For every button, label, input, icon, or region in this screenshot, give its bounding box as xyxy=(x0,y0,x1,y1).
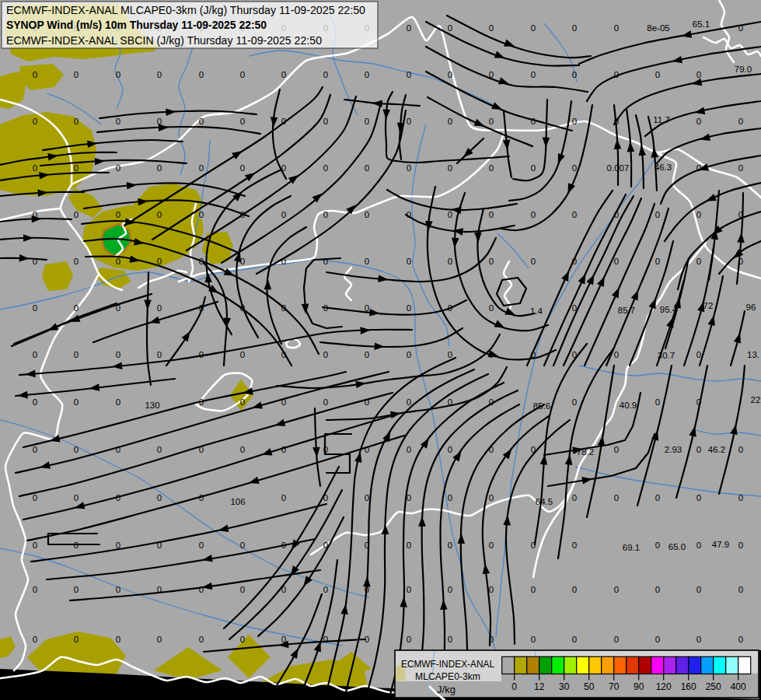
svg-text:0: 0 xyxy=(199,493,204,502)
svg-text:0: 0 xyxy=(696,493,701,502)
svg-text:0: 0 xyxy=(199,163,204,173)
svg-text:0: 0 xyxy=(323,493,328,502)
svg-text:11.7: 11.7 xyxy=(653,115,670,124)
svg-text:96: 96 xyxy=(746,303,756,312)
svg-text:0: 0 xyxy=(240,70,245,79)
svg-text:0: 0 xyxy=(614,350,619,359)
svg-text:1.4: 1.4 xyxy=(530,306,543,316)
svg-text:0: 0 xyxy=(738,257,743,266)
svg-text:0: 0 xyxy=(614,635,619,644)
svg-text:0: 0 xyxy=(407,585,411,594)
svg-text:0: 0 xyxy=(738,585,743,594)
svg-text:65.0: 65.0 xyxy=(668,542,686,551)
svg-text:0: 0 xyxy=(696,117,701,126)
svg-text:0: 0 xyxy=(407,350,411,359)
svg-text:0: 0 xyxy=(572,397,577,407)
svg-text:0: 0 xyxy=(489,303,494,313)
svg-text:0: 0 xyxy=(116,397,120,407)
svg-text:0: 0 xyxy=(655,585,660,594)
svg-text:0: 0 xyxy=(116,210,120,219)
svg-text:0: 0 xyxy=(407,70,411,79)
svg-text:0: 0 xyxy=(531,541,536,550)
svg-text:0: 0 xyxy=(738,541,743,550)
svg-text:0: 0 xyxy=(655,541,660,550)
svg-text:0: 0 xyxy=(738,23,743,33)
svg-text:0: 0 xyxy=(199,397,204,407)
svg-text:0: 0 xyxy=(157,493,162,502)
svg-text:0: 0 xyxy=(696,350,701,359)
svg-text:0: 0 xyxy=(199,445,204,454)
svg-text:0: 0 xyxy=(157,117,162,126)
svg-text:64.5: 64.5 xyxy=(536,497,553,506)
svg-text:0: 0 xyxy=(116,163,120,173)
svg-text:50: 50 xyxy=(584,681,595,692)
svg-text:0: 0 xyxy=(407,303,411,313)
svg-text:0: 0 xyxy=(407,117,411,126)
svg-text:0: 0 xyxy=(240,303,245,313)
svg-text:0: 0 xyxy=(33,397,37,407)
svg-text:0: 0 xyxy=(323,397,328,407)
svg-text:0: 0 xyxy=(531,257,536,266)
svg-text:0: 0 xyxy=(407,493,411,502)
svg-text:0: 0 xyxy=(365,397,369,407)
svg-text:SYNOP Wind (m/s) 10m Thursday: SYNOP Wind (m/s) 10m Thursday 11-09-2025… xyxy=(6,19,267,31)
svg-text:120: 120 xyxy=(656,681,672,692)
svg-text:0: 0 xyxy=(407,163,411,173)
svg-text:0: 0 xyxy=(199,350,204,359)
svg-text:0: 0 xyxy=(33,70,37,79)
svg-text:0: 0 xyxy=(240,397,245,407)
svg-text:0: 0 xyxy=(33,117,37,126)
svg-text:0: 0 xyxy=(572,635,577,644)
svg-text:0: 0 xyxy=(281,585,286,594)
svg-text:0: 0 xyxy=(572,117,577,126)
svg-text:0: 0 xyxy=(199,635,204,644)
svg-text:47.9: 47.9 xyxy=(712,540,729,549)
svg-text:0: 0 xyxy=(323,585,328,594)
svg-text:0: 0 xyxy=(448,257,452,266)
svg-text:0: 0 xyxy=(655,397,660,407)
svg-text:0: 0 xyxy=(281,493,286,502)
svg-text:0: 0 xyxy=(33,163,37,173)
svg-text:0: 0 xyxy=(323,70,328,79)
svg-text:0: 0 xyxy=(614,210,619,219)
svg-text:0: 0 xyxy=(240,163,245,173)
svg-text:0: 0 xyxy=(74,117,79,126)
svg-text:0: 0 xyxy=(281,541,286,550)
svg-text:0: 0 xyxy=(281,635,286,644)
svg-text:0: 0 xyxy=(365,210,369,219)
svg-text:0: 0 xyxy=(614,117,619,126)
svg-text:0: 0 xyxy=(365,445,369,454)
svg-text:0: 0 xyxy=(489,397,494,407)
svg-text:0: 0 xyxy=(240,210,245,219)
svg-text:0: 0 xyxy=(614,493,619,502)
svg-text:0: 0 xyxy=(199,210,204,219)
svg-text:0: 0 xyxy=(365,257,369,266)
svg-text:0: 0 xyxy=(323,541,328,550)
svg-text:0: 0 xyxy=(323,303,328,313)
svg-text:40.9: 40.9 xyxy=(620,401,637,410)
svg-text:0: 0 xyxy=(696,257,701,266)
svg-text:ECMWF-INDEX-ANAL: ECMWF-INDEX-ANAL xyxy=(401,658,494,670)
svg-text:65.1: 65.1 xyxy=(693,19,710,29)
svg-text:0: 0 xyxy=(572,585,577,594)
svg-text:0: 0 xyxy=(281,303,286,313)
svg-text:0: 0 xyxy=(365,635,369,644)
svg-text:79.0: 79.0 xyxy=(735,65,752,74)
svg-text:0: 0 xyxy=(74,493,79,502)
svg-text:0: 0 xyxy=(323,445,328,454)
svg-text:72: 72 xyxy=(703,301,714,310)
svg-text:0: 0 xyxy=(489,635,494,644)
svg-text:0: 0 xyxy=(511,681,517,692)
svg-text:0: 0 xyxy=(157,541,162,550)
svg-text:8e-05: 8e-05 xyxy=(647,23,669,33)
svg-text:0: 0 xyxy=(116,303,120,313)
svg-text:0: 0 xyxy=(74,635,79,644)
svg-text:0: 0 xyxy=(448,210,452,219)
svg-text:0: 0 xyxy=(199,541,204,550)
svg-text:0: 0 xyxy=(33,635,37,644)
svg-text:0: 0 xyxy=(365,350,369,359)
svg-text:0: 0 xyxy=(281,397,286,407)
svg-text:0: 0 xyxy=(240,541,245,550)
svg-text:0.007: 0.007 xyxy=(607,163,630,173)
svg-text:0: 0 xyxy=(74,445,79,454)
